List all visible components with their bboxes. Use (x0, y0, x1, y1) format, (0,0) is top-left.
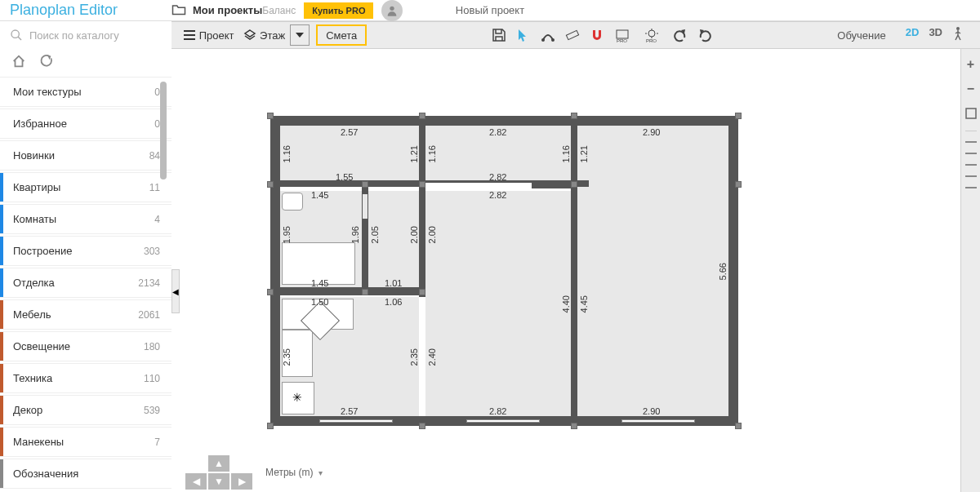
undo-icon[interactable] (673, 28, 688, 42)
category-stripe (0, 364, 3, 392)
dim: 1.95 (282, 226, 292, 243)
catalog-item[interactable]: Избранное0 (0, 109, 172, 139)
my-projects-link[interactable]: Мои проекты (193, 4, 262, 16)
catalog-item[interactable]: Построение303 (0, 236, 172, 266)
estimate-button[interactable]: Смета (316, 24, 367, 46)
sidebar-collapse[interactable]: ◀ (172, 269, 180, 313)
category-stripe (0, 268, 3, 297)
catalog-item[interactable]: Техника110 (0, 363, 172, 393)
folder-icon[interactable] (172, 3, 186, 18)
sidebar-scrollbar[interactable] (160, 82, 167, 180)
category-stripe (0, 173, 3, 202)
dim: 1.16 (282, 145, 292, 162)
view-3d[interactable]: 3D (929, 26, 942, 44)
catalog-item[interactable]: Отделка2134 (0, 268, 172, 298)
svg-point-6 (541, 38, 545, 42)
zoom-out[interactable]: − (964, 82, 978, 96)
catalog-label: Декор (13, 404, 144, 416)
category-stripe (0, 141, 3, 170)
camera-pro-icon[interactable]: PRO (614, 28, 634, 42)
catalog-item[interactable]: Мебель2061 (0, 299, 172, 330)
toilet[interactable] (282, 193, 303, 211)
floor-dropdown[interactable] (290, 24, 310, 46)
category-stripe (0, 428, 3, 456)
sidebar-nav (0, 54, 172, 72)
save-icon[interactable] (492, 28, 506, 42)
layer-line[interactable] (965, 153, 977, 154)
dim: 2.57 (341, 406, 358, 416)
home-icon[interactable] (11, 54, 26, 72)
pan-right[interactable]: ▶ (231, 473, 252, 490)
catalog-count: 2134 (138, 277, 160, 289)
pan-left[interactable]: ◀ (185, 473, 207, 490)
walk-icon[interactable] (952, 26, 964, 44)
avatar[interactable] (381, 0, 403, 21)
render-pro-icon[interactable]: PRO (644, 28, 663, 42)
layer-line[interactable] (965, 187, 977, 188)
app-logo: Planoplan Editor (0, 2, 172, 19)
row2: Поиск по каталогу Проект Этаж Смета PRO … (0, 21, 980, 49)
fit-icon[interactable] (964, 106, 978, 121)
dim: 2.90 (643, 127, 660, 137)
dim: 2.35 (409, 348, 419, 366)
catalog-item[interactable]: Освещение180 (0, 331, 172, 361)
svg-text:PRO: PRO (646, 38, 657, 42)
dim: 1.45 (311, 190, 328, 200)
wall-icon[interactable] (541, 28, 555, 42)
category-stripe (0, 332, 3, 361)
catalog-count: 0 (154, 86, 160, 98)
svg-point-17 (956, 27, 960, 30)
header-bar: Planoplan Editor Мои проекты Новый проек… (0, 0, 980, 21)
view-2d[interactable]: 2D (906, 26, 920, 44)
magnet-icon[interactable] (590, 28, 604, 42)
category-stripe (0, 396, 3, 424)
layer-line[interactable] (965, 141, 977, 143)
dim: 2.82 (489, 190, 506, 200)
training-link[interactable]: Обучение (837, 29, 885, 42)
catalog-item[interactable]: Декор539 (0, 395, 172, 425)
layer-line[interactable] (965, 164, 977, 166)
ruler-icon[interactable] (565, 28, 580, 42)
dim: 1.96 (350, 226, 360, 243)
floor-menu[interactable]: Этаж (238, 24, 290, 46)
svg-rect-8 (567, 30, 579, 39)
dim: 2.90 (643, 406, 660, 416)
dim: 2.82 (489, 127, 506, 137)
catalog-label: Отделка (13, 277, 138, 289)
units-select[interactable]: Метры (m) (265, 467, 314, 478)
catalog-item[interactable]: Комнаты4 (0, 204, 172, 234)
chevron-down-icon: ▾ (318, 468, 323, 477)
catalog-count: 110 (144, 373, 160, 384)
view-tabs: 2D 3D (906, 26, 964, 44)
catalog-item[interactable]: Манекены7 (0, 427, 172, 457)
buy-pro-button[interactable]: Купить PRO (304, 2, 373, 19)
pointer-icon[interactable] (516, 28, 531, 42)
balance-label[interactable]: Баланс (262, 5, 296, 16)
catalog-item[interactable]: Мои текстуры0 (0, 77, 172, 107)
catalog-label: Обозначения (13, 468, 160, 480)
project-menu[interactable]: Проект (178, 24, 238, 46)
catalog-count: 84 (149, 150, 160, 162)
pan-up[interactable]: ▲ (208, 455, 229, 472)
redo-icon[interactable] (697, 28, 712, 42)
svg-text:PRO: PRO (617, 38, 627, 42)
pan-down[interactable]: ▼ (208, 473, 229, 490)
layer-line[interactable] (965, 175, 977, 177)
canvas[interactable]: ✳ 2.57 2.82 2.90 1.16 1.21 1.16 1.16 1.2… (180, 49, 960, 492)
catalog-item[interactable]: Обозначения (0, 459, 172, 489)
catalog-item[interactable]: Квартиры11 (0, 172, 172, 202)
svg-rect-9 (617, 30, 628, 38)
catalog-label: Манекены (13, 436, 154, 448)
fridge[interactable]: ✳ (282, 382, 314, 414)
right-toolbar: + − (960, 49, 980, 492)
zoom-in[interactable]: + (964, 57, 978, 72)
catalog-item[interactable]: Новинки84 (0, 140, 172, 171)
search-input[interactable]: Поиск по каталогу (0, 29, 172, 42)
dim: 4.40 (561, 295, 571, 312)
back-icon[interactable] (39, 54, 54, 72)
dim: 4.45 (579, 295, 589, 312)
dim: 5.66 (718, 263, 728, 280)
dim: 1.01 (385, 278, 402, 288)
floor-plan[interactable]: ✳ 2.57 2.82 2.90 1.16 1.21 1.16 1.16 1.2… (270, 116, 738, 426)
catalog-label: Комнаты (13, 213, 154, 225)
